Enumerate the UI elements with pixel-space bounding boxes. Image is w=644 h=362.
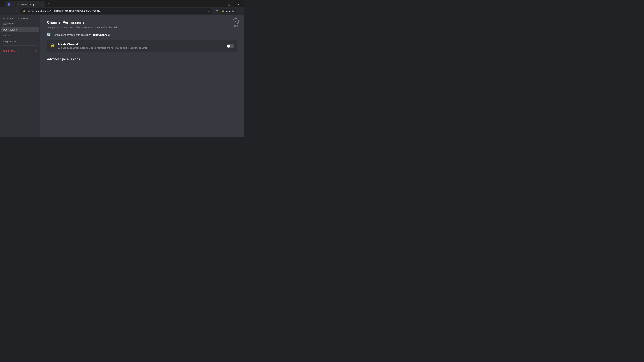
browser-tab-discord[interactable]: • Discord | Permissions | Moodj… ×: [5, 1, 45, 7]
private-channel-info: Private Channel By making a channel priv…: [58, 43, 147, 49]
discord-favicon: •: [8, 3, 10, 6]
main-content: × ESC Channel Permissions Use permission…: [40, 15, 244, 137]
private-channel-left: 🔒 Private Channel By making a channel pr…: [50, 43, 147, 49]
browser-toolbar: ← → ↻ 🔒 discord.com/channels/11823468517…: [0, 7, 244, 15]
incognito-icon: 🕵: [222, 10, 224, 12]
channel-name-header: # EDIT-HERE TEXT CHANN...: [1, 17, 39, 19]
advanced-permissions-link[interactable]: Advanced permissions ›: [47, 57, 238, 61]
delete-channel-button[interactable]: Delete Channel 🗑: [1, 48, 39, 54]
maximize-button[interactable]: □: [226, 2, 233, 7]
close-circle-icon: ×: [233, 18, 239, 24]
tab-title: Discord | Permissions | Moodj…: [12, 3, 38, 6]
page-title: Channel Permissions: [47, 20, 238, 25]
browser-chrome: ‹ • Discord | Permissions | Moodj… × + —…: [0, 0, 244, 15]
bookmark-star-icon[interactable]: ☆: [208, 9, 210, 13]
back-button[interactable]: ←: [2, 9, 7, 13]
private-channel-toggle[interactable]: ×: [227, 44, 234, 48]
tab-bar: ‹ • Discord | Permissions | Moodj… × + —…: [0, 0, 244, 7]
sync-text-before: Permissions synced with category:: [53, 33, 91, 36]
incognito-badge: 🕵 Incognito: [220, 9, 236, 13]
close-window-button[interactable]: ×: [234, 2, 242, 7]
browser-actions: ⊡ 🕵 Incognito ⋮: [214, 8, 242, 14]
sidebar-item-permissions[interactable]: Permissions: [1, 27, 39, 32]
sync-icon: 🔄: [47, 33, 51, 36]
incognito-label: Incognito: [226, 10, 234, 12]
forward-button[interactable]: →: [8, 9, 13, 13]
new-tab-button[interactable]: +: [46, 1, 51, 6]
sync-category: Text Channels: [92, 33, 110, 36]
permissions-label: Permissions: [3, 28, 17, 31]
close-esc-button[interactable]: × ESC: [233, 18, 239, 27]
integrations-label: Integrations: [3, 40, 16, 43]
more-options-button[interactable]: ⋮: [237, 8, 242, 14]
sidebar-item-invites[interactable]: Invites: [1, 33, 39, 38]
delete-channel-label: Delete Channel: [3, 50, 20, 52]
toggle-x-icon: ×: [229, 45, 230, 47]
private-channel-title: Private Channel: [58, 43, 147, 46]
url-text: discord.com/channels/1182346851781984336…: [27, 10, 206, 12]
app-container: # EDIT-HERE TEXT CHANN... Overview Permi…: [0, 15, 244, 137]
lock-icon: 🔒: [50, 43, 55, 48]
minimize-button[interactable]: —: [216, 2, 224, 7]
overview-label: Overview: [3, 22, 14, 25]
tab-close-button[interactable]: ×: [40, 3, 42, 6]
sync-notice: 🔄 Permissions synced with category: Text…: [47, 33, 238, 36]
address-bar[interactable]: 🔒 discord.com/channels/11823468517819843…: [20, 8, 213, 14]
chevron-right-icon: ›: [81, 58, 82, 61]
invites-label: Invites: [3, 34, 10, 37]
advanced-permissions-label: Advanced permissions: [47, 57, 80, 61]
private-channel-card: 🔒 Private Channel By making a channel pr…: [47, 40, 238, 52]
sidebar-item-integrations[interactable]: Integrations: [1, 38, 39, 44]
trash-icon: 🗑: [35, 50, 37, 52]
private-channel-description: By making a channel private, only select…: [58, 46, 147, 49]
reload-button[interactable]: ↻: [14, 9, 19, 13]
sidebar-toggle-button[interactable]: ⊡: [214, 8, 220, 14]
sidebar-item-overview[interactable]: Overview: [1, 21, 39, 26]
esc-label: ESC: [234, 25, 238, 27]
sync-text: Permissions synced with category: Text C…: [53, 33, 110, 36]
page-subtitle: Use permissions to customize who can do …: [47, 26, 238, 29]
tab-list-chevron[interactable]: ‹: [1, 3, 4, 7]
toggle-track[interactable]: ×: [227, 44, 234, 48]
lock-icon: 🔒: [23, 10, 26, 12]
sidebar: # EDIT-HERE TEXT CHANN... Overview Permi…: [0, 15, 40, 137]
